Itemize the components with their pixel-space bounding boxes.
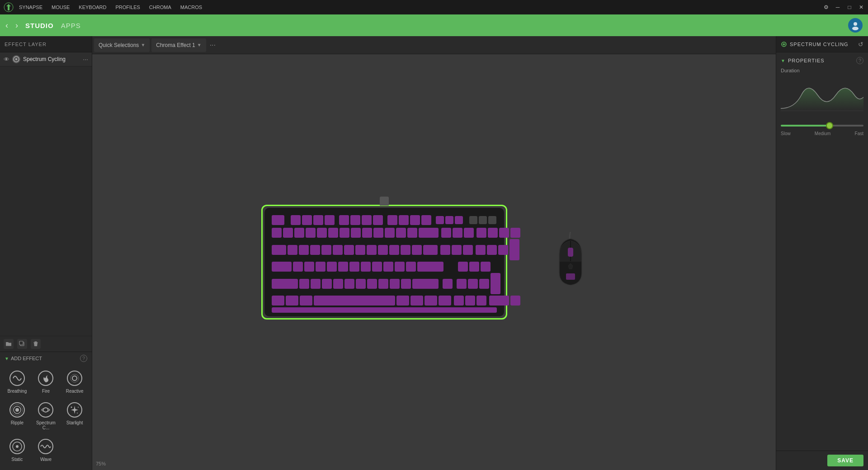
layer-more-button[interactable]: ··· [83,56,88,63]
nav-mouse[interactable]: MOUSE [52,5,70,10]
key-minus[interactable] [396,228,406,238]
key-tab[interactable] [272,245,286,255]
key-menu[interactable] [425,296,437,306]
key-pause[interactable] [455,216,463,224]
delete-layer-button[interactable] [31,339,41,349]
speed-slider[interactable] [781,125,863,127]
forward-button[interactable]: › [15,21,18,30]
key-num-dot[interactable] [510,296,520,306]
key-space[interactable] [314,296,395,306]
quick-selections-tab[interactable]: Quick Selections ▼ [94,38,150,52]
key-rbracket[interactable] [412,245,422,255]
nav-macros[interactable]: MACROS [180,5,202,10]
add-folder-button[interactable] [4,339,14,349]
key-r[interactable] [321,245,331,255]
visibility-icon[interactable]: 👁 [4,56,9,63]
tab-dots[interactable]: ··· [208,41,217,49]
effect-reactive[interactable]: Reactive [61,367,88,396]
settings-icon[interactable]: ⚙ [823,4,829,10]
minimize-button[interactable]: ─ [835,4,841,10]
key-scrlk[interactable] [445,216,453,224]
key-comma[interactable] [378,279,388,289]
key-f4[interactable] [325,215,335,225]
effect-ripple[interactable]: Ripple [4,398,31,433]
effect-static[interactable]: Static [4,435,31,465]
key-prtsc[interactable] [436,216,444,224]
key-rshift[interactable] [412,279,439,289]
nav-synapse[interactable]: SYNAPSE [19,5,42,10]
key-f10[interactable] [399,215,409,225]
key-n[interactable] [356,279,366,289]
key-f12[interactable] [421,215,431,225]
key-backslash[interactable] [423,245,438,255]
key-b[interactable] [344,279,354,289]
key-g[interactable] [338,262,348,272]
layer-item[interactable]: 👁 Spectrum Cycling ··· [0,52,92,66]
key-f[interactable] [327,262,337,272]
effect-breathing[interactable]: Breathing [4,367,31,396]
key-num-enter[interactable] [491,273,500,294]
key-f2[interactable] [302,215,312,225]
key-a[interactable] [293,262,303,272]
key-period[interactable] [390,279,400,289]
key-lctrl[interactable] [272,296,284,306]
key-k[interactable] [372,262,382,272]
key-d[interactable] [316,262,326,272]
key-h[interactable] [349,262,359,272]
key-num9[interactable] [498,245,508,255]
key-num4[interactable] [458,262,468,272]
key-3[interactable] [306,228,316,238]
key-c[interactable] [322,279,332,289]
nav-keyboard[interactable]: KEYBOARD [79,5,106,10]
key-right[interactable] [476,296,486,306]
save-button[interactable]: SAVE [827,455,863,466]
key-num0[interactable] [489,296,509,306]
key-j[interactable] [361,262,371,272]
key-pgup[interactable] [464,228,474,238]
key-up[interactable] [443,279,453,289]
nav-chroma[interactable]: CHROMA [149,5,171,10]
key-f7[interactable] [362,215,372,225]
key-quote[interactable] [406,262,416,272]
key-z[interactable] [299,279,309,289]
close-button[interactable]: ✕ [858,4,864,10]
key-del[interactable] [440,245,450,255]
key-num2[interactable] [468,279,478,289]
key-lbracket[interactable] [401,245,410,255]
refresh-icon[interactable]: ↺ [858,41,863,48]
key-f3[interactable] [313,215,323,225]
key-7[interactable] [351,228,361,238]
key-u[interactable] [355,245,365,255]
key-num8[interactable] [487,245,497,255]
key-capslock[interactable] [272,262,292,272]
key-down[interactable] [465,296,475,306]
key-home[interactable] [453,228,462,238]
key-num-minus[interactable] [510,228,520,238]
key-f11[interactable] [410,215,420,225]
key-l[interactable] [383,262,393,272]
key-num1[interactable] [457,279,467,289]
key-esc[interactable] [272,215,284,225]
key-rctrl[interactable] [439,296,451,306]
maximize-button[interactable]: □ [846,4,853,10]
key-slash[interactable] [401,279,411,289]
properties-help-icon[interactable]: ? [856,57,863,64]
key-y[interactable] [344,245,354,255]
nav-profiles[interactable]: PROFILES [115,5,140,10]
effect-starlight[interactable]: Starlight [61,398,88,433]
key-9[interactable] [373,228,383,238]
key-w[interactable] [299,245,309,255]
key-f5[interactable] [339,215,349,225]
key-x[interactable] [311,279,321,289]
key-equals[interactable] [407,228,417,238]
key-tilde[interactable] [272,228,282,238]
key-lalt[interactable] [300,296,312,306]
key-8[interactable] [362,228,372,238]
key-f1[interactable] [291,215,301,225]
effect-wave[interactable]: Wave [33,435,60,465]
effect-fire[interactable]: Fire [33,367,60,396]
key-f9[interactable] [387,215,397,225]
key-num5[interactable] [469,262,479,272]
key-num6[interactable] [481,262,491,272]
key-num3[interactable] [479,279,489,289]
